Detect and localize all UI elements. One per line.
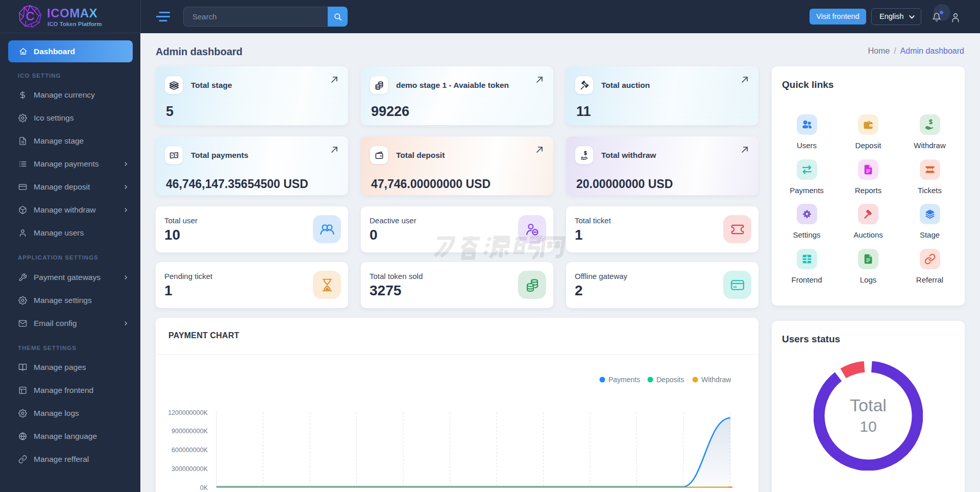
- svg-text:Deposits: Deposits: [656, 376, 684, 384]
- svg-text:300000000K: 300000000K: [172, 465, 208, 473]
- svg-text:1200000000K: 1200000000K: [168, 409, 208, 416]
- svg-text:Payments: Payments: [608, 376, 640, 384]
- svg-text:600000000K: 600000000K: [172, 447, 208, 454]
- svg-text:Withdraw: Withdraw: [701, 376, 731, 384]
- svg-text:0K: 0K: [200, 484, 208, 491]
- svg-text:900000000K: 900000000K: [172, 428, 208, 435]
- svg-text:C: C: [26, 9, 34, 23]
